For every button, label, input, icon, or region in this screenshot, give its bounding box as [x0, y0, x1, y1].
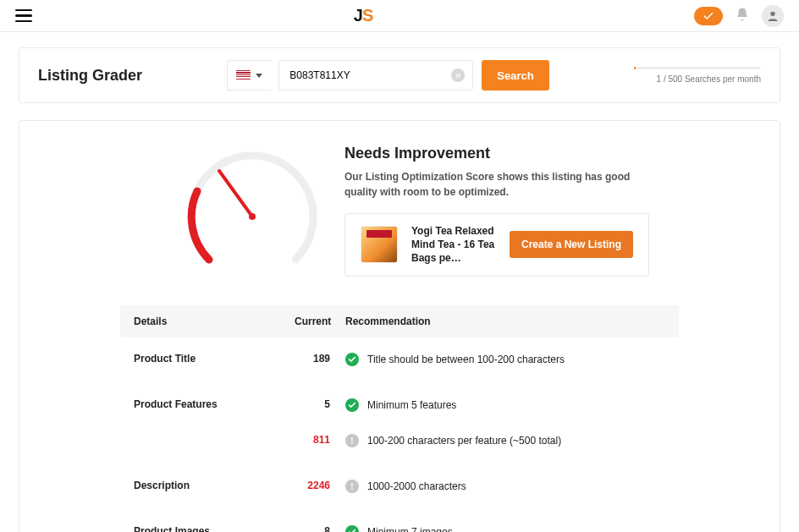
details-table: Details Current Recommendation Product T… [120, 305, 679, 532]
recommendation-text: Minimum 7 images [367, 526, 453, 532]
score-subtext: Our Listing Optimization Score shows thi… [344, 169, 649, 200]
check-icon [345, 353, 359, 366]
detail-label: Product Features [134, 398, 295, 410]
quota-progress-bar [634, 67, 761, 69]
table-row: Description2246!1000-2000 characters [120, 463, 679, 508]
current-value: 5 [295, 398, 345, 410]
svg-line-2 [219, 171, 252, 217]
current-value: 8 [295, 525, 345, 532]
logo[interactable]: JS [354, 6, 372, 25]
current-value: 811 [295, 434, 345, 446]
detail-label: Product Images [134, 525, 295, 532]
logo-j: J [354, 6, 362, 25]
score-headline: Needs Improvement [344, 145, 754, 162]
table-row: Product Images8Minimum 7 images [120, 509, 679, 532]
detail-label: Product Title [134, 353, 295, 365]
table-header-row: Details Current Recommendation [120, 305, 679, 337]
recommendation-text: Minimum 5 features [367, 399, 456, 411]
check-icon [345, 525, 359, 532]
logo-s: S [362, 6, 372, 25]
recommendation-cell: Minimum 5 features [345, 398, 665, 412]
product-card: Yogi Tea Relaxed Mind Tea - 16 Tea Bags … [344, 213, 649, 277]
avatar-icon[interactable] [762, 5, 784, 27]
col-header-current: Current [295, 315, 345, 327]
recommendation-text: Title should be between 100-200 characte… [367, 354, 565, 365]
recommendation-cell: Minimum 7 images [345, 525, 665, 532]
search-quota: 1 / 500 Searches per month [634, 67, 761, 84]
col-header-recommendation: Recommendation [345, 315, 665, 327]
recommendation-text: 100-200 characters per feature (~500 tot… [367, 435, 561, 447]
detail-label: Description [134, 480, 295, 491]
app-bar: JS [0, 0, 799, 32]
chevron-down-icon [256, 74, 262, 78]
product-thumbnail [361, 226, 398, 263]
clear-input-icon[interactable]: ✕ [451, 69, 465, 82]
col-header-details: Details [134, 315, 295, 327]
table-row: Product Features5Minimum 5 features [120, 382, 679, 423]
check-icon [345, 398, 359, 412]
search-bar: ✕ Search [227, 60, 548, 90]
svg-point-3 [249, 213, 256, 220]
info-icon: ! [345, 434, 359, 447]
page-header-card: Listing Grader ✕ Search 1 / 500 Searches… [19, 47, 780, 103]
search-button[interactable]: Search [482, 60, 548, 90]
table-row: 811!100-200 characters per feature (~500… [120, 423, 679, 463]
recommendation-cell: Title should be between 100-200 characte… [345, 353, 665, 366]
marketplace-dropdown[interactable] [227, 60, 271, 90]
score-gauge [180, 145, 324, 280]
bell-icon[interactable] [735, 7, 750, 25]
menu-icon[interactable] [15, 9, 32, 23]
quota-text: 1 / 500 Searches per month [657, 74, 761, 84]
current-value: 2246 [295, 480, 345, 491]
recommendation-cell: !100-200 characters per feature (~500 to… [345, 434, 665, 447]
create-listing-button[interactable]: Create a New Listing [510, 231, 633, 258]
current-value: 189 [295, 353, 345, 365]
plan-badge-icon[interactable] [694, 7, 723, 25]
page-title: Listing Grader [38, 67, 142, 85]
asin-search-input[interactable] [278, 60, 473, 90]
product-title: Yogi Tea Relaxed Mind Tea - 16 Tea Bags … [411, 224, 496, 266]
table-row: Product Title189Title should be between … [120, 337, 679, 381]
flag-us-icon [236, 70, 251, 80]
recommendation-text: 1000-2000 characters [367, 480, 466, 492]
svg-point-0 [770, 11, 774, 15]
recommendation-cell: !1000-2000 characters [345, 480, 665, 493]
info-icon: ! [345, 480, 359, 493]
main-card: Needs Improvement Our Listing Optimizati… [19, 120, 780, 532]
